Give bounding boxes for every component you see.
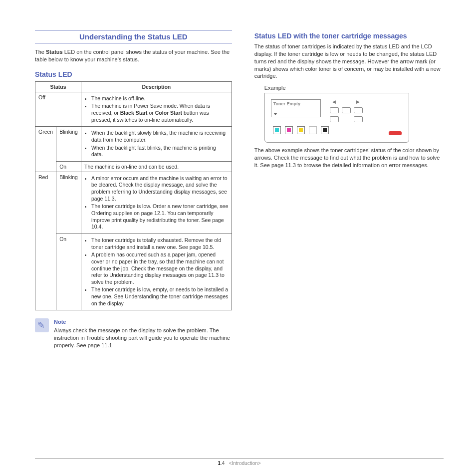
- table-row: On The machine is on-line and can be use…: [35, 161, 232, 172]
- toner-cyan-icon: [273, 126, 281, 134]
- toner-empty-slot: [309, 126, 317, 134]
- page-number-minor: .4: [221, 461, 225, 466]
- note-title: Note: [54, 318, 232, 326]
- th-status: Status: [35, 81, 81, 92]
- right-paragraph-1: The status of toner cartridges is indica…: [254, 43, 444, 80]
- status-led-red-icon: [389, 131, 402, 135]
- note-icon: [35, 318, 49, 332]
- table-row: Green Blinking When the backlight slowly…: [35, 127, 232, 162]
- toner-black-icon: [321, 126, 329, 134]
- status-green-label: Green: [35, 127, 56, 172]
- page-footer: 1.4 <Introduction>: [35, 458, 444, 466]
- panel-button: [342, 107, 351, 113]
- panel-button: [330, 116, 339, 122]
- note-text: Always check the message on the display …: [54, 327, 232, 349]
- footer-section: <Introduction>: [229, 461, 261, 466]
- arrow-right-icon: ▶: [354, 99, 363, 104]
- status-red-on-desc: The toner cartridge is totally exhausted…: [81, 234, 232, 310]
- toner-yellow-icon: [297, 126, 305, 134]
- arrow-down-icon: [273, 113, 277, 115]
- example-label: Example: [264, 85, 444, 91]
- right-column: Status LED with the toner cartridge mess…: [254, 30, 444, 453]
- status-red-on-label: On: [56, 234, 81, 310]
- status-green-on-desc: The machine is on-line and can be used.: [81, 161, 232, 172]
- panel-button: [354, 107, 363, 113]
- toner-indicator-row: [273, 126, 403, 134]
- panel-button: [354, 116, 363, 122]
- left-column: Understanding the Status LED The Status …: [35, 30, 232, 453]
- intro-paragraph: The Status LED on the control panel show…: [35, 48, 232, 63]
- lcd-display: Toner Empty: [271, 99, 321, 117]
- button-cluster: ◀ ▶: [330, 99, 363, 122]
- th-description: Description: [81, 81, 232, 92]
- table-row: Red Blinking A minor error occurs and th…: [35, 172, 232, 234]
- status-table: Status Description Off The machine is of…: [35, 81, 232, 311]
- subheading-toner-messages: Status LED with the toner cartridge mess…: [254, 32, 444, 40]
- section-heading: Understanding the Status LED: [35, 30, 232, 43]
- toner-magenta-icon: [285, 126, 293, 134]
- right-paragraph-2: The above example shows the toner cartri…: [254, 147, 444, 169]
- status-red-label: Red: [35, 172, 56, 310]
- arrow-left-icon: ◀: [330, 99, 339, 104]
- table-row: Off The machine is off-line. The machine…: [35, 92, 232, 127]
- status-green-blinking-desc: When the backlight slowly blinks, the ma…: [81, 127, 232, 162]
- note-block: Note Always check the message on the dis…: [35, 318, 232, 349]
- status-red-blinking-desc: A minor error occurs and the machine is …: [81, 172, 232, 234]
- status-green-blinking-label: Blinking: [56, 127, 81, 162]
- table-row: On The toner cartridge is totally exhaus…: [35, 234, 232, 310]
- panel-button: [330, 107, 339, 113]
- status-off-label: Off: [35, 92, 81, 127]
- lcd-text: Toner Empty: [273, 101, 318, 106]
- status-red-blinking-label: Blinking: [56, 172, 81, 234]
- example-figure: Example Toner Empty ◀ ▶: [264, 85, 444, 143]
- device-illustration: Toner Empty ◀ ▶: [264, 93, 409, 143]
- status-green-on-label: On: [56, 161, 81, 172]
- table-header-row: Status Description: [35, 81, 232, 92]
- status-off-desc: The machine is off-line. The machine is …: [81, 92, 232, 127]
- subheading-status-led: Status LED: [35, 70, 232, 78]
